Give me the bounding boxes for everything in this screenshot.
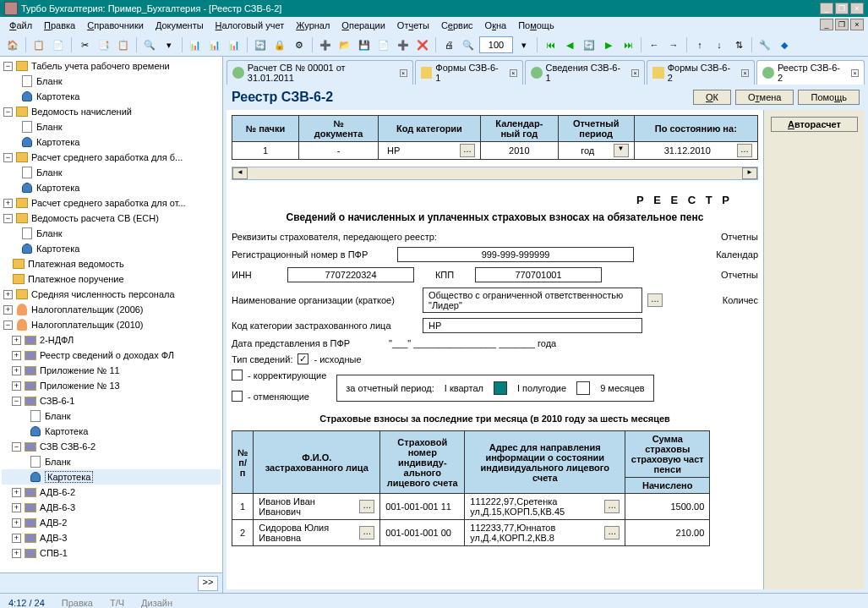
chart2-icon[interactable]: 📊 (206, 36, 223, 53)
category-code-field[interactable]: НР (423, 318, 642, 333)
preview-icon[interactable]: 🔍 (460, 36, 477, 53)
new2-icon[interactable]: ➕ (395, 36, 412, 53)
menu-windows[interactable]: Окна (480, 19, 512, 32)
ellipsis-button[interactable]: … (460, 144, 475, 157)
tree-item-label[interactable]: Ведомость расчета СВ (ЕСН) (31, 213, 159, 223)
nav-prev-icon[interactable]: ◀ (561, 36, 578, 53)
tree-item-label[interactable]: Картотека (45, 471, 93, 483)
tool2-icon[interactable]: ◆ (776, 36, 793, 53)
gear-icon[interactable]: ⚙ (291, 36, 308, 53)
zoom-dropdown-icon[interactable]: ▾ (516, 36, 532, 53)
refresh-icon[interactable]: 🔄 (252, 36, 269, 53)
dropdown-button[interactable]: ▼ (614, 144, 629, 157)
copy2-icon[interactable]: 📑 (96, 36, 112, 53)
tree-item-label[interactable]: Бланк (36, 167, 63, 178)
arrow-right-icon[interactable]: → (665, 36, 682, 53)
menu-edit[interactable]: Правка (39, 19, 80, 32)
doc-tab[interactable]: Формы СЗВ-6-2× (647, 60, 755, 85)
search-icon[interactable]: 🔍 (141, 36, 158, 53)
tool1-icon[interactable]: 🔧 (756, 36, 773, 53)
tree-item-label[interactable]: АДВ-2 (40, 518, 67, 528)
new-icon[interactable]: ➕ (317, 36, 334, 53)
dropdown-icon[interactable]: ▾ (161, 36, 177, 53)
tree-item-label[interactable]: Картотека (36, 91, 79, 101)
tree-item-label[interactable]: Расчет среднего заработка для от... (31, 198, 186, 208)
paste-icon[interactable]: 📄 (50, 36, 67, 53)
menu-tax[interactable]: Налоговый учет (210, 19, 290, 32)
ellipsis-button[interactable]: … (359, 526, 374, 540)
param-value[interactable]: 1 (232, 142, 299, 160)
delete-icon[interactable]: ❌ (414, 36, 431, 53)
tree-item-label[interactable]: Бланк (36, 122, 63, 132)
tree-item-label[interactable]: Бланк (36, 228, 63, 238)
menu-ops[interactable]: Операции (336, 19, 390, 32)
inn-field[interactable]: 7707220324 (287, 267, 414, 282)
table-row[interactable]: 1 Иванов Иван Иванович… 001-001-001 11 1… (232, 494, 710, 520)
zoom-input[interactable] (479, 36, 513, 53)
nav-next-icon[interactable]: ▶ (600, 36, 617, 53)
navigation-tree[interactable]: −Табель учета рабочего времени Бланк Кар… (0, 57, 223, 572)
param-value[interactable]: 2010 (480, 142, 558, 160)
cut-icon[interactable]: ✂ (76, 36, 93, 53)
tree-item-label[interactable]: СЗВ СЗВ-6-2 (40, 441, 96, 452)
param-value[interactable]: 31.12.2010 (640, 145, 735, 156)
tree-item-label[interactable]: АДВ-3 (40, 533, 67, 543)
menu-file[interactable]: Файл (4, 19, 37, 32)
org-name-field[interactable]: Общество с ограниченной ответственностью… (423, 288, 642, 313)
child-restore-button[interactable]: ❐ (835, 19, 849, 30)
tree-item-label[interactable]: Платежная ведомость (28, 259, 124, 269)
menu-reports[interactable]: Отчеты (392, 19, 434, 32)
ellipsis-button[interactable]: … (604, 526, 620, 540)
reg-number-field[interactable]: 999-999-999999 (397, 247, 634, 262)
open-icon[interactable]: 📂 (336, 36, 353, 53)
paste2-icon[interactable]: 📋 (115, 36, 132, 53)
status-tc[interactable]: Т/Ч (110, 598, 124, 608)
param-value[interactable]: год (564, 145, 612, 156)
home-icon[interactable]: 🏠 (4, 36, 21, 53)
child-close-button[interactable]: × (850, 19, 864, 30)
status-design[interactable]: Дизайн (141, 598, 172, 608)
expand-tree-button[interactable]: >> (198, 576, 218, 591)
tree-item-label[interactable]: Бланк (36, 76, 63, 86)
checkbox-cancel[interactable] (232, 391, 243, 402)
tree-item-label[interactable]: Приложение № 11 (40, 365, 120, 375)
ellipsis-button[interactable]: … (737, 144, 752, 157)
doc-tab[interactable]: Расчет СВ № 00001 от 31.01.2011× (227, 60, 413, 85)
cancel-button[interactable]: Отмена (735, 90, 794, 105)
table-row[interactable]: 2 Сидорова Юлия Ивановна… 001-001-001 00… (232, 520, 710, 546)
minimize-button[interactable]: _ (820, 3, 833, 14)
ellipsis-button[interactable]: … (359, 500, 374, 513)
tree-item-label[interactable]: СЗВ-6-1 (40, 396, 74, 406)
checkbox-corrective[interactable] (232, 370, 243, 381)
tree-item-label[interactable]: Табель учета рабочего времени (31, 61, 170, 71)
tree-item-label[interactable]: Ведомость начислений (31, 107, 132, 117)
arrow-down-icon[interactable]: ↓ (711, 36, 728, 53)
nav-first-icon[interactable]: ⏮ (542, 36, 559, 53)
tree-item-label[interactable]: АДВ-6-2 (40, 487, 75, 497)
tree-item-label[interactable]: Картотека (36, 244, 79, 254)
close-tab-icon[interactable]: × (400, 69, 407, 77)
tree-item-label[interactable]: Картотека (45, 426, 88, 436)
tree-item-label[interactable]: СПВ-1 (40, 548, 68, 558)
doc-tab[interactable]: Формы СЗВ-6-1× (415, 60, 523, 85)
tree-item-label[interactable]: Платежное поручение (28, 274, 124, 284)
horizontal-scrollbar[interactable]: ◄► (232, 167, 758, 180)
ellipsis-button[interactable]: … (604, 500, 620, 513)
nav-reload-icon[interactable]: 🔄 (581, 36, 598, 53)
menu-service[interactable]: Сервис (436, 19, 478, 32)
menu-journal[interactable]: Журнал (291, 19, 335, 32)
ellipsis-button[interactable]: … (647, 293, 663, 307)
close-button[interactable]: × (850, 3, 864, 14)
param-value[interactable]: НР (384, 145, 458, 156)
copy-icon[interactable]: 📋 (30, 36, 47, 53)
tree-item-label[interactable]: Расчет среднего заработка для б... (31, 152, 183, 162)
menu-refs[interactable]: Справочники (82, 19, 149, 32)
tree-item-label[interactable]: АДВ-6-3 (40, 502, 75, 512)
tree-item-label[interactable]: Картотека (36, 183, 79, 193)
doc-tab-active[interactable]: Реестр СЗВ-6-2× (756, 60, 865, 85)
menu-docs[interactable]: Документы (150, 19, 209, 32)
sort-icon[interactable]: ⇅ (730, 36, 747, 53)
period-box-h1[interactable] (576, 381, 590, 395)
tree-item-label[interactable]: Бланк (45, 411, 71, 421)
tree-item-label[interactable]: Картотека (36, 137, 79, 147)
